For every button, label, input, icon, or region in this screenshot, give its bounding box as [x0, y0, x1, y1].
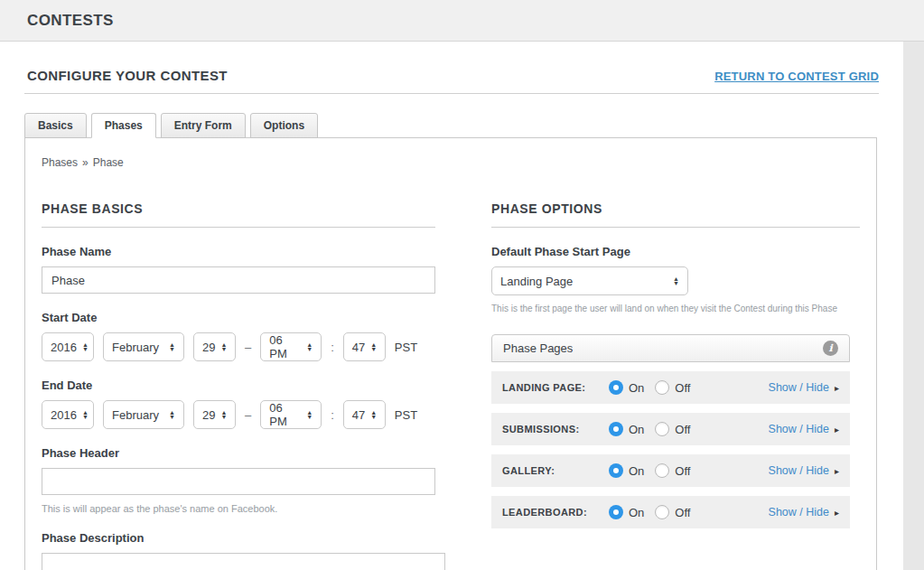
date-dash-separator: – [245, 408, 251, 422]
default-start-page-label: Default Phase Start Page [491, 245, 860, 258]
submissions-label: SUBMISSIONS: [502, 424, 609, 435]
stepper-icon [169, 410, 175, 419]
phase-name-label: Phase Name [42, 245, 435, 258]
default-start-page-value: Landing Page [500, 275, 573, 288]
leaderboard-label: LEADERBOARD: [502, 507, 609, 518]
return-to-contest-grid-link[interactable]: RETURN TO CONTEST GRID [714, 70, 879, 83]
breadcrumb-current: Phase [93, 156, 124, 169]
expand-arrow-icon [835, 383, 839, 393]
gallery-toggle: On Off [609, 463, 701, 478]
submissions-show-hide-link[interactable]: Show / Hide [769, 423, 839, 435]
end-day-select[interactable]: 29 [193, 400, 236, 429]
breadcrumb: Phases»Phase [42, 156, 860, 169]
off-radio[interactable] [655, 380, 669, 395]
gallery-row: GALLERY: On Off Show / Hide [491, 454, 850, 487]
phase-pages-header: Phase Pages [491, 334, 850, 362]
landing-page-show-hide-link[interactable]: Show / Hide [769, 381, 839, 394]
breadcrumb-phases[interactable]: Phases [42, 156, 78, 169]
on-label: On [629, 423, 644, 436]
off-radio[interactable] [655, 463, 669, 478]
start-minute-select[interactable]: 47 [343, 332, 386, 361]
start-day-select[interactable]: 29 [193, 332, 236, 361]
phase-options-section: PHASE OPTIONS Default Phase Start Page L… [491, 189, 860, 570]
stepper-icon [220, 410, 227, 419]
on-label: On [629, 464, 644, 478]
phase-description-textarea[interactable] [42, 553, 445, 570]
on-label: On [629, 381, 644, 395]
stepper-icon [82, 342, 89, 351]
end-date-row: 2016 February 29 – 06 PM : 4 [42, 400, 435, 429]
on-radio[interactable] [609, 380, 623, 395]
phase-header-input[interactable] [42, 468, 435, 495]
tab-options[interactable]: Options [250, 113, 318, 138]
landing-page-toggle: On Off [609, 380, 701, 395]
tab-basics[interactable]: Basics [24, 113, 87, 138]
leaderboard-show-hide-link[interactable]: Show / Hide [769, 506, 839, 519]
phases-tab-panel: Phases»Phase PHASE BASICS Phase Name Sta… [24, 137, 877, 570]
end-hour-value: 06 PM [269, 401, 301, 428]
start-minute-value: 47 [352, 341, 365, 354]
stepper-icon [306, 342, 313, 351]
expand-arrow-icon [835, 466, 839, 476]
start-date-row: 2016 February 29 – 06 PM : 4 [42, 332, 435, 361]
on-label: On [629, 506, 644, 519]
configure-contest-heading: CONFIGURE YOUR CONTEST [27, 68, 228, 83]
gallery-label: GALLERY: [502, 465, 609, 476]
page-right-gutter [903, 42, 924, 570]
on-radio[interactable] [609, 463, 623, 478]
start-day-value: 29 [202, 341, 215, 354]
tab-entry-form[interactable]: Entry Form [161, 113, 246, 138]
end-year-select[interactable]: 2016 [42, 400, 94, 429]
end-timezone-label: PST [395, 408, 417, 422]
end-date-label: End Date [42, 378, 435, 392]
leaderboard-row: LEADERBOARD: On Off Show / Hide [491, 496, 850, 528]
off-label: Off [675, 506, 690, 519]
start-hour-select[interactable]: 06 PM [260, 332, 322, 361]
breadcrumb-separator: » [82, 156, 89, 169]
time-colon-separator: : [331, 408, 334, 422]
phase-name-input[interactable] [42, 266, 435, 294]
end-month-value: February [112, 408, 159, 422]
expand-arrow-icon [835, 508, 839, 518]
show-hide-label: Show / Hide [769, 423, 829, 435]
phase-description-label: Phase Description [42, 531, 435, 545]
start-month-select[interactable]: February [103, 332, 184, 361]
off-label: Off [675, 464, 690, 478]
time-colon-separator: : [331, 341, 334, 354]
info-icon[interactable] [823, 341, 838, 356]
on-radio[interactable] [609, 422, 623, 436]
end-hour-select[interactable]: 06 PM [260, 400, 322, 429]
on-radio[interactable] [609, 505, 623, 519]
off-label: Off [675, 423, 690, 436]
tab-phases[interactable]: Phases [91, 113, 156, 138]
landing-page-label: LANDING PAGE: [502, 382, 609, 393]
off-label: Off [675, 381, 690, 395]
topbar: CONTESTS [0, 0, 924, 42]
start-hour-value: 06 PM [269, 333, 301, 360]
start-year-select[interactable]: 2016 [42, 332, 94, 361]
start-year-value: 2016 [51, 341, 77, 354]
phase-basics-heading: PHASE BASICS [42, 201, 435, 228]
end-day-value: 29 [202, 408, 215, 422]
start-month-value: February [112, 341, 159, 354]
stepper-icon [306, 410, 313, 419]
start-timezone-label: PST [395, 341, 417, 354]
end-month-select[interactable]: February [103, 400, 184, 429]
phase-header-label: Phase Header [42, 446, 435, 460]
default-start-page-select[interactable]: Landing Page [491, 266, 688, 295]
configure-header-row: CONFIGURE YOUR CONTEST RETURN TO CONTEST… [27, 68, 879, 83]
stepper-icon [220, 342, 227, 351]
off-radio[interactable] [655, 505, 669, 519]
phase-pages-box: Phase Pages LANDING PAGE: On Off Show / … [491, 334, 850, 528]
landing-page-row: LANDING PAGE: On Off Show / Hide [491, 371, 850, 404]
stepper-icon [169, 342, 175, 351]
off-radio[interactable] [655, 422, 669, 436]
phase-basics-section: PHASE BASICS Phase Name Start Date 2016 … [42, 189, 435, 570]
stepper-icon [82, 410, 89, 419]
page-title: CONTESTS [27, 12, 114, 30]
gallery-show-hide-link[interactable]: Show / Hide [769, 464, 839, 477]
date-dash-separator: – [245, 341, 251, 354]
header-divider [24, 93, 879, 94]
end-minute-select[interactable]: 47 [343, 400, 386, 429]
leaderboard-toggle: On Off [609, 505, 701, 519]
